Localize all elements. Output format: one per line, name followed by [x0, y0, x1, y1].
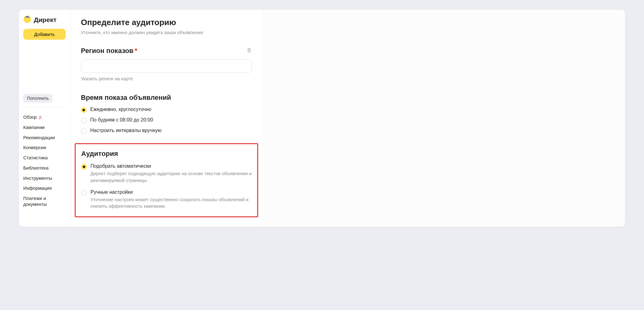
sidebar-nav: Обзор β Кампании Рекомендации Конверсии … [23, 112, 66, 210]
settings-panel: Определите аудиторию Уточните, кто именн… [70, 10, 262, 227]
sidebar-item-conversions[interactable]: Конверсии [23, 143, 66, 153]
sidebar-item-label: Статистика [23, 155, 48, 160]
audience-option-auto[interactable]: Подобрать автоматически Директ подберет … [81, 163, 252, 184]
sidebar-item-tools[interactable]: Инструменты [23, 173, 66, 184]
page-title: Определите аудиторию [81, 18, 252, 27]
audience-option-manual[interactable]: Ручные настройки Уточнение настроек може… [81, 189, 252, 210]
region-section-header: Регион показов* [81, 47, 252, 55]
radio-label: Настроить интервалы вручную [90, 128, 161, 133]
sidebar-item-label: Обзор [23, 114, 37, 120]
schedule-option-weekdays[interactable]: По будням с 08:00 до 20:00 [81, 117, 252, 123]
radio-icon [81, 190, 87, 196]
region-heading: Регион показов* [81, 47, 137, 55]
sidebar-item-payments[interactable]: Платежи и документы [23, 193, 66, 210]
sidebar-item-label: Конверсии [23, 145, 46, 150]
sidebar: Директ Добавить Пополнить Обзор β Кампан… [19, 10, 70, 227]
add-button[interactable]: Добавить [23, 29, 66, 40]
sidebar-item-campaigns[interactable]: Кампании [23, 122, 66, 133]
schedule-option-daily[interactable]: Ежедневно, круглосуточно [81, 107, 252, 113]
audience-highlight-box: Аудитория Подобрать автоматически Директ… [75, 143, 258, 217]
radio-label: Ручные настройки [90, 189, 252, 195]
sidebar-divider [23, 107, 66, 107]
radio-icon [81, 118, 86, 123]
radio-label: По будням с 08:00 до 20:00 [90, 117, 153, 123]
radio-description: Уточнение настроек может существенно сок… [90, 196, 252, 210]
trash-icon[interactable] [246, 47, 252, 55]
sidebar-item-info[interactable]: Информация [23, 183, 66, 193]
sidebar-item-label: Платежи и документы [23, 196, 47, 207]
sidebar-spacer [23, 40, 66, 94]
sidebar-item-label: Библиотека [23, 165, 49, 170]
sidebar-item-label: Кампании [23, 125, 45, 130]
brand: Директ [23, 15, 66, 24]
brand-name: Директ [34, 16, 56, 24]
schedule-option-manual[interactable]: Настроить интервалы вручную [81, 128, 252, 134]
sidebar-item-recommendations[interactable]: Рекомендации [23, 133, 66, 143]
region-heading-text: Регион показов [81, 47, 133, 55]
sidebar-item-library[interactable]: Библиотека [23, 163, 66, 173]
radio-icon [81, 107, 86, 113]
radio-icon [81, 128, 86, 134]
radio-label: Подобрать автоматически [90, 163, 252, 169]
sidebar-item-label: Рекомендации [23, 135, 55, 140]
radio-icon [81, 164, 87, 170]
app-window: Директ Добавить Пополнить Обзор β Кампан… [19, 9, 625, 227]
topup-button[interactable]: Пополнить [23, 94, 52, 103]
schedule-heading: Время показа объявлений [81, 94, 252, 102]
sidebar-item-statistics[interactable]: Статистика [23, 153, 66, 163]
audience-heading: Аудитория [81, 150, 252, 158]
radio-body: Ручные настройки Уточнение настроек може… [90, 189, 252, 210]
map-region-link[interactable]: Указать регион на карте [81, 76, 133, 81]
brand-logo-icon [23, 15, 31, 24]
beta-badge: β [39, 115, 42, 120]
sidebar-item-label: Информация [23, 185, 52, 191]
required-mark: * [135, 47, 137, 55]
radio-body: Подобрать автоматически Директ подберет … [90, 163, 252, 184]
radio-label: Ежедневно, круглосуточно [90, 107, 152, 112]
radio-description: Директ подберет подходящую аудиторию на … [90, 170, 252, 184]
sidebar-item-overview[interactable]: Обзор β [23, 112, 66, 122]
page-subtitle: Уточните, кто именно должен увидеть ваши… [81, 30, 252, 35]
sidebar-item-label: Инструменты [23, 175, 52, 181]
main-area: Определите аудиторию Уточните, кто именн… [70, 10, 625, 227]
region-input[interactable] [81, 59, 252, 73]
